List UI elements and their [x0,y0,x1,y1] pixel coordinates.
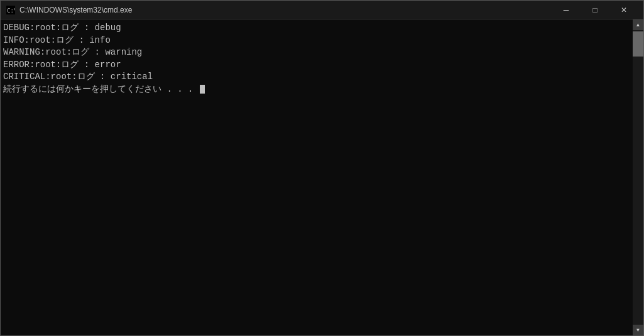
console-line: 続行するには何かキーを押してください . . . [3,84,630,96]
console-line: ERROR:root:ログ : error [3,59,630,72]
scroll-down-arrow[interactable]: ▼ [633,325,643,335]
cursor-blink [200,85,205,94]
window-controls: ─ □ ✕ [552,1,638,19]
scroll-up-arrow[interactable]: ▲ [633,19,643,30]
scrollbar-thumb[interactable] [633,31,643,57]
console-area: DEBUG:root:ログ : debugINFO:root:ログ : info… [1,19,643,335]
console-line: INFO:root:ログ : info [3,35,630,47]
cmd-icon: C:\ [6,5,16,15]
console-line: DEBUG:root:ログ : debug [3,22,630,35]
scrollbar[interactable]: ▲ ▼ [633,19,643,335]
maximize-button[interactable]: □ [581,1,609,19]
window-title: C:\WINDOWS\system32\cmd.exe [19,6,552,14]
minimize-button[interactable]: ─ [552,1,581,19]
cmd-window: C:\ C:\WINDOWS\system32\cmd.exe ─ □ ✕ DE… [0,0,644,336]
scrollbar-track[interactable] [633,30,643,325]
console-content[interactable]: DEBUG:root:ログ : debugINFO:root:ログ : info… [1,19,633,335]
svg-text:C:\: C:\ [7,8,15,14]
title-bar: C:\ C:\WINDOWS\system32\cmd.exe ─ □ ✕ [1,1,643,19]
console-line: WARNING:root:ログ : warning [3,46,630,59]
close-button[interactable]: ✕ [609,1,638,19]
console-line: CRITICAL:root:ログ : critical [3,71,630,84]
